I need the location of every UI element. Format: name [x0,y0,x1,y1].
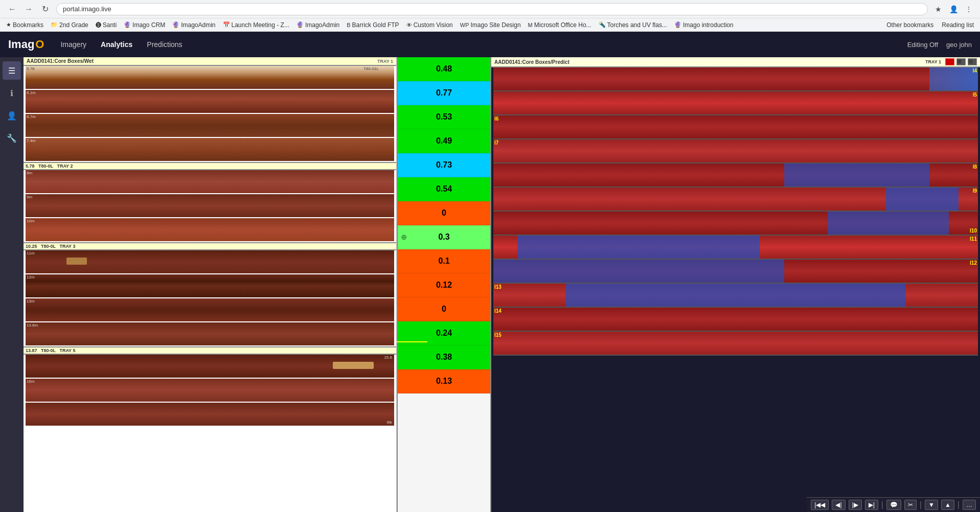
profile-icon[interactable]: 👤 [947,3,960,15]
score-value-11: 0 [442,305,446,314]
score-value-8: 0.3 [438,232,449,242]
label-sticker [333,362,374,369]
score-value-3: 0.53 [436,112,452,122]
rock-feature [66,258,87,265]
depth-label: 10m [27,219,35,223]
core-row: l6k [26,403,394,427]
extensions-icon[interactable]: ★ [932,3,944,15]
core-images: 5.78 T80-01L 6.1m 6.7m 7.4m [24,66,396,427]
row-label-8: l8 [973,164,977,170]
score-value-10: 0.12 [436,281,452,290]
row-label-7: l7 [494,140,498,146]
score-value-2: 0.77 [436,88,452,98]
pred-row-12: l12 [493,260,978,284]
bookmark-2nd-grade[interactable]: 📁 2nd Grade [49,20,90,30]
forward-button[interactable]: → [21,2,36,16]
skip-start-button[interactable]: |◀◀ [811,500,829,510]
align-down-button[interactable]: ▼ [925,500,938,510]
bookmark-torches[interactable]: 🔦 Torches and UV flas... [597,20,669,30]
blue-overlay-13 [566,284,905,307]
score-cell-12: 0.24 [398,321,490,345]
grid-btn[interactable]: ⊞ [956,58,966,65]
depth-label: 13m [27,299,35,304]
bookmark-custom-vision[interactable]: 👁 Custom Vision [404,20,455,30]
score-value-5: 0.73 [436,160,452,170]
score-cell-8: ⊕ 0.3 [398,225,490,249]
drag-handle[interactable]: ⊕ [401,233,407,241]
app-logo: ImagO [8,38,44,51]
logo-text: Imag [8,38,34,51]
score-cell-11: 0 [398,297,490,321]
user-name: geo john [946,41,972,49]
refresh-button[interactable]: ↻ [38,2,52,16]
address-bar[interactable] [56,3,928,15]
bookmark-launch-meeting[interactable]: 📅 Launch Meeting - Z... [221,20,291,30]
bookmark-microsoft-office[interactable]: M Microsoft Office Ho... [526,20,594,30]
sidebar-user-icon[interactable]: 👤 [3,106,21,125]
sidebar-menu-icon[interactable]: ☰ [3,61,21,80]
header-right: Editing Off geo john [907,41,972,49]
nav-imagery[interactable]: Imagery [54,37,93,52]
bookmark-imago-site[interactable]: WP Imago Site Design [458,20,523,30]
row-label-12: l12 [970,260,977,266]
depth-label: 7.4m [27,138,36,143]
score-value-13: 0.38 [436,353,452,362]
depth-label: 12m [27,275,35,280]
sidebar-info-icon[interactable]: ℹ [3,84,21,102]
close-btn[interactable] [945,58,954,65]
comment-button[interactable]: 💬 [886,500,901,510]
core-row: 9m [26,194,394,218]
pred-row-7: l7 [493,139,978,164]
score-value-6: 0.54 [436,184,452,194]
back-button[interactable]: ← [5,2,19,16]
tray-5-label: 13.87 [26,348,37,353]
score-cell-9: 0.1 [398,249,490,273]
prev-button[interactable]: ◀| [832,500,845,510]
bookmark-santi[interactable]: 🅢 Santi [94,20,119,30]
bookmark-imago-admin-2[interactable]: 🔮 ImagoAdmin [294,20,341,30]
pred-row-9: l9 [493,188,978,212]
nav-analytics[interactable]: Analytics [95,37,139,52]
score-cell-7: 0 [398,201,490,225]
settings-btn[interactable]: ⊟ [968,58,977,65]
more-button[interactable]: … [963,500,976,510]
bookmark-barrick[interactable]: B Barrick Gold FTP [345,20,401,30]
blue-overlay-10 [828,212,949,235]
nav-buttons[interactable]: ← → ↻ [5,2,52,16]
scores-panel: 0.48 0.77 0.53 0.49 0.73 0.54 0 ⊕ 0.3 [397,57,491,512]
right-header-controls: ⊞ ⊟ [945,58,977,65]
app-header: ImagO Imagery Analytics Predictions Edit… [0,32,980,57]
bookmark-imago-admin[interactable]: 🔮 ImagoAdmin [170,20,217,30]
row-label-15: l15 [494,332,502,338]
pred-row-13: l13 [493,284,978,308]
score-cell-1: 0.48 [398,57,490,81]
pred-row-4: l4 [493,67,978,91]
menu-icon[interactable]: ⋮ [963,3,975,15]
sidebar-tools-icon[interactable]: 🔧 [3,129,21,147]
depth-label: 11m [27,251,35,255]
pred-row-5: l5 [493,91,978,115]
next-button[interactable]: |▶ [849,500,862,510]
cut-button[interactable]: ✂ [904,500,917,510]
skip-end-button[interactable]: ▶| [865,500,878,510]
bookmark-imago-crm[interactable]: 🔮 Imago CRM [122,20,167,30]
depth-label: 8m [27,171,32,175]
align-up-button[interactable]: ▲ [941,500,954,510]
other-bookmarks[interactable]: Other bookmarks [884,20,936,30]
depth-label: 6.1m [27,90,36,95]
score-value-14: 0.13 [436,377,452,386]
depth-label: 9m [27,195,32,199]
bookmark-imago-intro[interactable]: 🔮 Imago introduction [672,20,736,30]
score-cell-6: 0.54 [398,177,490,201]
predicted-cores: l4 l5 l6 l7 [491,67,980,356]
content-area: AADD0141:Core Boxes/Wet TRAY 1 5.78 T80-… [24,57,980,512]
core-row: 10m [26,218,394,242]
right-panel: AADD0141:Core Boxes/Predict TRAY 1 ⊞ ⊟ l… [491,57,980,512]
nav-predictions[interactable]: Predictions [141,37,188,52]
bookmarks-menu[interactable]: ★ Bookmarks [4,20,45,30]
tray-2-header: 5.78 T80-0L TRAY 2 [24,162,396,170]
score-cell-5: 0.73 [398,153,490,177]
score-value-4: 0.49 [436,136,452,146]
blue-overlay-4 [929,67,978,90]
reading-list[interactable]: Reading list [940,20,976,30]
